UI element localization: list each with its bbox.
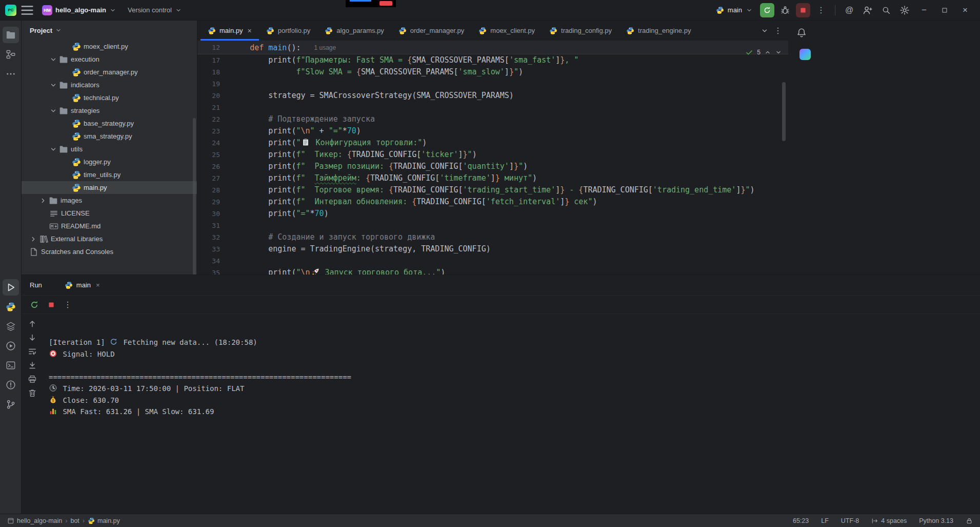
breadcrumb-hello_algo-main[interactable]: hello_algo-main xyxy=(7,517,62,524)
code-line-23[interactable]: 23 print("\n" + "="*70) xyxy=(197,125,788,137)
maximize-button[interactable] xyxy=(936,2,953,19)
hidden-tabs-icon[interactable] xyxy=(761,27,769,35)
rerun-process-icon[interactable] xyxy=(30,300,39,309)
run-tab-close-icon[interactable]: × xyxy=(96,281,100,289)
tree-item-order_manager.py[interactable]: order_manager.py xyxy=(22,66,197,79)
code-line-18[interactable]: 18 f"Slow SMA = {SMA_CROSSOVER_PARAMS['s… xyxy=(197,66,788,78)
ai-assistant-button[interactable]: @ xyxy=(842,3,857,18)
run-config-selector[interactable]: main xyxy=(712,4,757,16)
sticky-line[interactable]: 12 def main(): 1 usage xyxy=(197,41,788,54)
tool-run-anything-button[interactable] xyxy=(3,338,19,354)
tool-more-button[interactable] xyxy=(3,66,19,82)
tool-structure-button[interactable] xyxy=(3,46,19,63)
version-control-widget[interactable]: Version control xyxy=(124,4,186,16)
usage-hint[interactable]: 1 usage xyxy=(314,44,336,51)
rerun-button[interactable] xyxy=(760,3,774,17)
editor-tab-main.py[interactable]: main.py× xyxy=(201,21,259,41)
run-more-options-icon[interactable]: ⋮ xyxy=(64,301,72,309)
tree-item-execution[interactable]: execution xyxy=(22,53,197,66)
tab-close-icon[interactable]: × xyxy=(248,27,252,35)
tab-options-icon[interactable]: ⋮ xyxy=(774,27,782,35)
tree-item-base_strategy.py[interactable]: base_strategy.py xyxy=(22,117,197,130)
editor-tab-order_manager.py[interactable]: order_manager.py xyxy=(391,21,472,41)
run-tab-main[interactable]: main × xyxy=(65,275,100,295)
tool-terminal-button[interactable] xyxy=(3,357,19,374)
tree-item-technical.py[interactable]: technical.py xyxy=(22,91,197,104)
breadcrumb-main.py[interactable]: main.py xyxy=(88,517,120,524)
editor-tab-algo_params.py[interactable]: algo_params.py xyxy=(317,21,391,41)
code-line-35[interactable]: 35 print("\n Запуск торгового бота...") xyxy=(197,267,788,275)
code-line-32[interactable]: 32 # Создание и запуск торгового движка xyxy=(197,231,788,243)
code-line-20[interactable]: 20 strategy = SMACrossoverStrategy(SMA_C… xyxy=(197,90,788,102)
tree-item-indicators[interactable]: indicators xyxy=(22,79,197,91)
tree-item-Scratches and Consoles[interactable]: Scratches and Consoles xyxy=(22,245,197,258)
tree-item-utils[interactable]: utils xyxy=(22,143,197,155)
print-icon[interactable] xyxy=(28,375,37,384)
editor-scrollbar[interactable] xyxy=(782,82,786,141)
minimize-button[interactable]: − xyxy=(915,2,933,19)
code-line-17[interactable]: 17 print(f"Параметры: Fast SMA = {SMA_CR… xyxy=(197,54,788,66)
settings-button[interactable] xyxy=(897,3,912,18)
tree-item-strategies[interactable]: strategies xyxy=(22,104,197,117)
lock-icon[interactable] xyxy=(966,517,973,524)
next-occurrence-icon[interactable] xyxy=(28,333,37,342)
tree-item-README.md[interactable]: README.md xyxy=(22,220,197,232)
tree-item-logger.py[interactable]: logger.py xyxy=(22,155,197,168)
clear-console-icon[interactable] xyxy=(28,388,37,398)
tool-services-button[interactable] xyxy=(3,318,19,335)
code-line-21[interactable]: 21 xyxy=(197,102,788,113)
code-line-26[interactable]: 26 print(f" Размер позиции: {TRADING_CON… xyxy=(197,161,788,172)
code-line-34[interactable]: 34 xyxy=(197,255,788,267)
recording-stop-button[interactable] xyxy=(379,1,392,6)
tree-item-External Libraries[interactable]: External Libraries xyxy=(22,232,197,245)
caret-position[interactable]: 65:23 xyxy=(793,517,809,524)
tree-item-moex_client.py[interactable]: moex_client.py xyxy=(22,40,197,53)
tool-project-button[interactable] xyxy=(3,27,19,43)
stop-button[interactable] xyxy=(796,3,810,17)
tool-python-packages-button[interactable] xyxy=(3,299,19,315)
pycharm-logo-icon[interactable]: PC xyxy=(5,5,16,16)
code-line-28[interactable]: 28 print(f" Торговое время: {TRADING_CON… xyxy=(197,184,788,196)
tree-item-sma_strategy.py[interactable]: sma_strategy.py xyxy=(22,130,197,143)
python-interpreter[interactable]: Python 3.13 xyxy=(919,517,953,524)
project-widget[interactable]: HM hello_algo-main xyxy=(38,3,121,18)
tool-run-button[interactable] xyxy=(3,279,19,296)
run-console[interactable]: [Iteration 1] Fetching new data... (18:2… xyxy=(43,314,980,514)
indent-setting[interactable]: 4 spaces xyxy=(871,517,907,524)
editor-tab-portfolio.py[interactable]: portfolio.py xyxy=(259,21,318,41)
tool-git-button[interactable] xyxy=(3,396,19,413)
project-panel-header[interactable]: Project xyxy=(22,21,197,40)
editor-tab-trading_config.py[interactable]: trading_config.py xyxy=(542,21,619,41)
code-line-19[interactable]: 19 xyxy=(197,78,788,90)
code-line-24[interactable]: 24 print(" Конфигурация торговли:") xyxy=(197,137,788,149)
close-button[interactable]: × xyxy=(956,2,974,19)
editor-tab-trading_engine.py[interactable]: trading_engine.py xyxy=(619,21,698,41)
notifications-bell-icon[interactable] xyxy=(796,28,807,38)
soft-wrap-icon[interactable] xyxy=(28,347,37,356)
next-problem-icon[interactable] xyxy=(775,49,782,56)
inspection-widget[interactable]: 5 xyxy=(745,48,782,56)
run-panel-title[interactable]: Run xyxy=(30,281,42,289)
code-line-22[interactable]: 22 # Подтверждение запуска xyxy=(197,113,788,125)
code-area[interactable]: 17 print(f"Параметры: Fast SMA = {SMA_CR… xyxy=(197,54,788,275)
code-line-29[interactable]: 29 print(f" Интервал обновления: {TRADIN… xyxy=(197,196,788,208)
main-menu-icon[interactable] xyxy=(19,3,35,18)
code-line-25[interactable]: 25 print(f" Тикер: {TRADING_CONFIG['tick… xyxy=(197,149,788,161)
search-everywhere-button[interactable] xyxy=(878,3,894,18)
prev-occurrence-icon[interactable] xyxy=(28,319,37,328)
tree-item-time_utils.py[interactable]: time_utils.py xyxy=(22,168,197,181)
tree-item-images[interactable]: images xyxy=(22,194,197,207)
project-scrollbar[interactable] xyxy=(193,118,196,275)
line-separator[interactable]: LF xyxy=(821,517,829,524)
code-line-30[interactable]: 30 print("="*70) xyxy=(197,208,788,220)
tree-item-main.py[interactable]: main.py xyxy=(22,181,197,194)
code-line-33[interactable]: 33 engine = TradingEngine(strategy, TRAD… xyxy=(197,243,788,255)
tool-problems-button[interactable] xyxy=(3,377,19,393)
debug-button[interactable] xyxy=(777,3,793,18)
file-encoding[interactable]: UTF-8 xyxy=(841,517,859,524)
code-line-31[interactable]: 31 xyxy=(197,220,788,231)
prev-problem-icon[interactable] xyxy=(764,49,771,56)
stop-process-icon[interactable] xyxy=(47,301,55,309)
scroll-to-end-icon[interactable] xyxy=(28,361,37,370)
tree-item-LICENSE[interactable]: LICENSE xyxy=(22,207,197,220)
